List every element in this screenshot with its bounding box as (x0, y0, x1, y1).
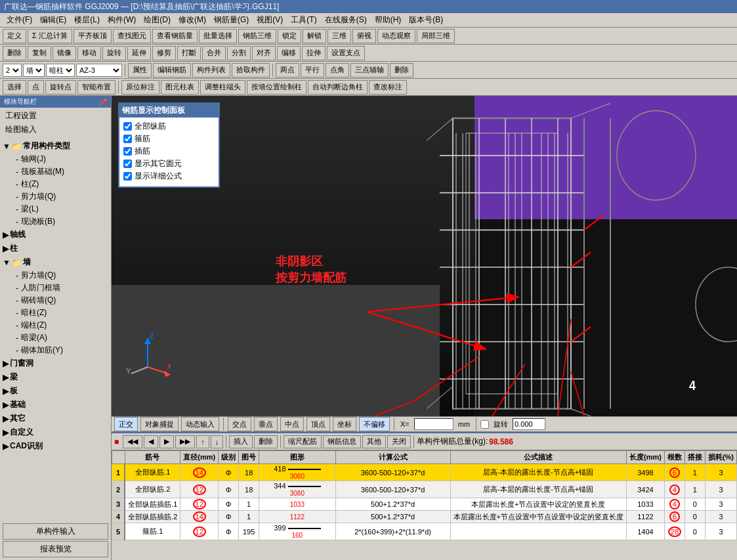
btn-judge-corner[interactable]: 自动判断边角柱 (308, 80, 368, 95)
menu-floor[interactable]: 楼层(L) (70, 13, 104, 27)
btn-unlock[interactable]: 解锁 (303, 29, 326, 43)
btn-component-list[interactable]: 构件列表 (192, 63, 230, 77)
btn-snap[interactable]: 对象捕捉 (140, 417, 179, 431)
check-all-longitudinal[interactable]: 全部纵筋 (123, 120, 215, 133)
btn-report-preview[interactable]: 报表预览 (3, 541, 108, 557)
table-row[interactable]: 2全部纵筋.212Φ1834430803600-500-120+37*d层高-本… (112, 481, 737, 498)
nav-axis[interactable]: -轴网(J) (13, 153, 108, 165)
btn-trim[interactable]: 修剪 (152, 46, 176, 60)
btn-del-axis[interactable]: 删除 (390, 63, 413, 77)
btn-original-mark[interactable]: 原位标注 (121, 80, 159, 95)
btn-mirror[interactable]: 镜像 (53, 46, 76, 60)
nav-hidden-beam[interactable]: -暗梁(A) (13, 332, 108, 344)
btn-batch-select[interactable]: 批量选择 (199, 29, 237, 43)
btn-set-pivot[interactable]: 设置支点 (327, 46, 365, 60)
btn-prev[interactable]: ◀ (144, 435, 158, 448)
btn-up[interactable]: ↑ (196, 435, 209, 448)
btn-down[interactable]: ↓ (211, 435, 224, 448)
btn-align[interactable]: 对齐 (252, 46, 276, 60)
wall-type-select[interactable]: 墙 (23, 64, 45, 77)
btn-flat-top[interactable]: 平齐板顶 (74, 29, 112, 43)
btn-edit-rebar[interactable]: 编辑钢筋 (153, 63, 191, 77)
btn-break[interactable]: 打斷 (177, 46, 201, 60)
btn-find-element[interactable]: 查找图元 (113, 29, 151, 43)
nav-col-group[interactable]: ▶柱 (3, 242, 108, 255)
btn-local-3d[interactable]: 局部三维 (417, 29, 455, 43)
nav-column[interactable]: -柱(Z) (13, 178, 108, 190)
menu-help[interactable]: 帮助(H) (371, 13, 406, 27)
btn-calculate[interactable]: Σ 汇总计算 (28, 29, 72, 43)
btn-single-component[interactable]: 单构件输入 (3, 523, 108, 540)
btn-top-view[interactable]: 俯视 (352, 29, 376, 43)
btn-scale-rebar[interactable]: 缩尺配筋 (284, 435, 322, 448)
btn-last[interactable]: ▶▶ (175, 435, 195, 448)
btn-rebar-info[interactable]: 钢筋信息 (323, 435, 361, 448)
btn-properties[interactable]: 属性 (128, 63, 152, 77)
menu-draw[interactable]: 绘图(D) (140, 13, 175, 27)
az-select[interactable]: AZ-3 (76, 64, 122, 77)
menu-component[interactable]: 构件(W) (104, 13, 140, 27)
nav-foundation-group[interactable]: ▶基础 (3, 398, 108, 412)
nav-sw[interactable]: -剪力墙(Q) (13, 269, 108, 282)
btn-merge[interactable]: 合并 (202, 46, 226, 60)
btn-next[interactable]: ▶ (159, 435, 174, 448)
nav-brick[interactable]: -砌砖墙(Q) (13, 294, 108, 307)
viewport[interactable]: 4 非阴影区 按剪力墙配筋 (112, 96, 737, 416)
btn-check-mark[interactable]: 查改标注 (369, 80, 407, 95)
nav-hidden-col[interactable]: -暗柱(Z) (13, 307, 108, 319)
component-type-select[interactable]: 暗柱 (46, 64, 75, 77)
btn-perpendicular[interactable]: 垂点 (254, 417, 278, 431)
btn-vertex[interactable]: 顶点 (306, 417, 330, 431)
btn-copy[interactable]: 复制 (28, 46, 51, 60)
btn-dynamic-view[interactable]: 动态观察 (377, 29, 415, 43)
btn-define[interactable]: 定义 (3, 29, 26, 43)
menu-file[interactable]: 文件(F) (3, 13, 36, 27)
nav-door-group[interactable]: ▶门窗洞 (3, 356, 108, 370)
btn-point-angle[interactable]: 点角 (326, 63, 349, 77)
menu-tools[interactable]: 工具(T) (287, 13, 320, 27)
nav-other-group[interactable]: ▶其它 (3, 412, 108, 425)
nav-slab-group[interactable]: ▶板 (3, 384, 108, 398)
btn-first[interactable]: ◀◀ (123, 435, 142, 448)
nav-beam-group[interactable]: ▶梁 (3, 370, 108, 384)
btn-offset[interactable]: 编移 (277, 46, 301, 60)
floor-select[interactable]: 213 (3, 64, 22, 77)
nav-beam[interactable]: -梁(L) (13, 203, 108, 215)
nav-masonry-rebar[interactable]: -砌体加筋(Y) (13, 344, 108, 356)
nav-wall-header[interactable]: ▼ 📁 墙 (3, 255, 108, 269)
btn-adjust-end[interactable]: 调整柱端头 (200, 80, 245, 95)
btn-lock[interactable]: 锁定 (278, 29, 301, 43)
btn-rotate[interactable]: 旋转 (102, 46, 126, 60)
check-stirrup[interactable]: 箍筋 (123, 133, 215, 145)
btn-other[interactable]: 其他 (362, 435, 386, 448)
nav-draw-input[interactable]: 绘图输入 (3, 123, 108, 137)
table-row[interactable]: 4全部纵筋插筋.214Φ11122500+1.2*37*d本层露出长度+节点设置… (112, 511, 737, 523)
btn-select[interactable]: 选择 (3, 80, 26, 95)
btn-midpoint[interactable]: 中点 (280, 417, 304, 431)
menu-modify[interactable]: 修改(M) (175, 13, 210, 27)
btn-coordinate[interactable]: 坐标 (333, 417, 356, 431)
nav-raft[interactable]: -筏板基础(M) (13, 165, 108, 178)
btn-3d[interactable]: 三维 (327, 29, 351, 43)
rotate-checkbox[interactable] (480, 420, 489, 429)
rotate-input[interactable] (513, 418, 545, 430)
btn-intersection[interactable]: 交点 (228, 417, 251, 431)
table-row[interactable]: 3全部纵筋插筋.112Φ11033500+1.2*37*d本层露出长度+节点设置… (112, 498, 737, 511)
btn-column-table[interactable]: 图元柱表 (161, 80, 199, 95)
btn-two-point[interactable]: 两点 (276, 63, 299, 77)
btn-delete[interactable]: 删除 (3, 46, 26, 60)
nav-cad-group[interactable]: ▶CAD识别 (3, 439, 108, 453)
nav-project-settings[interactable]: 工程设置 (3, 109, 108, 123)
menu-rebar-qty[interactable]: 钢筋量(G) (210, 13, 253, 27)
menu-version[interactable]: 版本号(B) (405, 13, 447, 27)
rebar-table-container[interactable]: 筋号 直径(mm) 级别 图号 图形 计算公式 公式描述 长度(mm) 根数 搭… (112, 450, 737, 560)
nav-civil-def[interactable]: -人防门框墙 (13, 282, 108, 294)
btn-point-draw[interactable]: 点 (28, 80, 44, 95)
btn-close[interactable]: 关闭 (387, 435, 411, 448)
x-input[interactable] (414, 418, 453, 430)
nav-axis-group[interactable]: ▶轴线 (3, 228, 108, 242)
btn-view-rebar[interactable]: 查看钢筋量 (152, 29, 198, 43)
check-insert-rebar[interactable]: 插筋 (123, 145, 215, 158)
nav-shear-wall[interactable]: -剪力墙(Q) (13, 190, 108, 203)
btn-smart-place[interactable]: 智能布置 (77, 80, 116, 95)
